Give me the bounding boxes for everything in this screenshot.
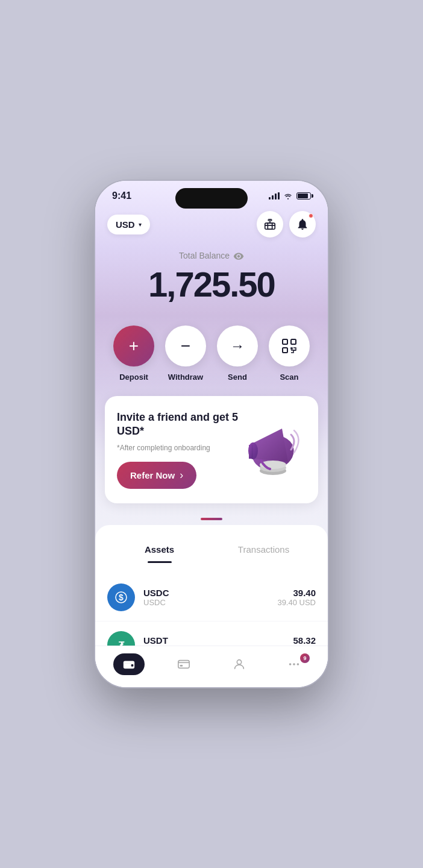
currency-label: USD (116, 219, 135, 230)
promo-text: Invite a friend and get 5 USD* *After co… (117, 410, 240, 489)
megaphone-icon (240, 420, 306, 480)
usdc-info: USDC USDC (143, 588, 269, 607)
bell-icon (296, 218, 309, 231)
assets-section: Assets Transactions $ (95, 525, 328, 687)
send-icon: → (217, 326, 258, 366)
notification-button[interactable] (289, 211, 316, 237)
scan-icon (269, 326, 310, 366)
svg-rect-1 (268, 223, 272, 229)
balance-amount: 1,725.50 (107, 265, 316, 304)
usdt-name: USDT (143, 635, 269, 646)
scan-action[interactable]: Scan (269, 326, 310, 382)
promo-title: Invite a friend and get 5 USD* (117, 410, 240, 439)
dynamic-island (175, 188, 248, 209)
svg-rect-2 (283, 339, 287, 344)
usdc-usd: 39.40 USD (277, 598, 316, 607)
card-icon-wrap (168, 653, 199, 675)
usdc-icon: $ (107, 583, 135, 611)
refer-arrow-icon: › (180, 469, 183, 482)
deposit-action[interactable]: + Deposit (113, 326, 154, 382)
asset-row-usdc[interactable]: $ USDC USDC 39.40 39.40 USD (95, 574, 328, 621)
nav-card[interactable] (157, 653, 212, 675)
promo-section: Invite a friend and get 5 USD* *After co… (95, 396, 328, 513)
send-label: Send (228, 373, 247, 382)
tab-assets[interactable]: Assets (107, 537, 212, 562)
usdc-value: 39.40 39.40 USD (277, 588, 316, 607)
promo-card: Invite a friend and get 5 USD* *After co… (105, 396, 318, 503)
battery-icon (296, 192, 311, 200)
bottom-navigation: 9 (95, 646, 328, 687)
status-icons (269, 192, 311, 200)
action-buttons: + Deposit − Withdraw → Send (95, 316, 328, 396)
scroll-dot (201, 518, 222, 520)
card-icon (177, 658, 190, 671)
notification-badge (309, 213, 313, 218)
app-header: USD ▾ (95, 206, 328, 245)
balance-section: Total Balance 1,725.50 (95, 245, 328, 316)
nav-more[interactable]: 9 (267, 653, 322, 675)
profile-icon-wrap (224, 653, 255, 675)
profile-icon (233, 658, 246, 671)
more-badge: 9 (300, 653, 310, 663)
svg-point-20 (289, 663, 292, 665)
deposit-icon: + (113, 326, 154, 366)
eye-icon (233, 251, 244, 260)
scroll-indicator (95, 513, 328, 523)
status-time: 9:41 (112, 190, 131, 201)
nav-profile[interactable] (212, 653, 267, 675)
refer-now-button[interactable]: Refer Now › (117, 462, 196, 489)
svg-rect-16 (131, 664, 133, 667)
balance-label: Total Balance (107, 251, 316, 260)
withdraw-label: Withdraw (168, 373, 203, 382)
svg-rect-17 (178, 661, 189, 668)
promo-image (240, 420, 306, 480)
withdraw-icon: − (165, 326, 206, 366)
svg-rect-4 (283, 348, 287, 353)
svg-rect-3 (291, 339, 296, 344)
currency-selector[interactable]: USD ▾ (107, 215, 150, 234)
send-action[interactable]: → Send (217, 326, 258, 382)
wallet-icon (122, 658, 136, 671)
chevron-down-icon: ▾ (139, 221, 142, 228)
signal-icon (269, 192, 280, 200)
svg-point-22 (297, 663, 299, 665)
withdraw-action[interactable]: − Withdraw (165, 326, 206, 382)
nav-wallet[interactable] (101, 653, 157, 675)
promo-subtitle: *After completing onboarding (117, 444, 240, 452)
tab-transactions[interactable]: Transactions (212, 537, 316, 562)
scan-label: Scan (280, 373, 298, 382)
tabs-row: Assets Transactions (95, 525, 328, 562)
usdc-amount: 39.40 (277, 588, 316, 598)
svg-text:$: $ (119, 593, 124, 602)
svg-rect-0 (265, 223, 275, 229)
deposit-label: Deposit (119, 373, 148, 382)
gift-icon (263, 218, 277, 231)
svg-point-21 (293, 663, 295, 665)
header-actions (257, 211, 316, 237)
svg-point-19 (237, 660, 241, 664)
svg-rect-18 (180, 665, 183, 667)
usdt-amount: 58.32 (277, 635, 316, 646)
usdc-ticker: USDC (143, 598, 269, 607)
gift-button[interactable] (257, 211, 283, 237)
more-icon (287, 658, 301, 671)
usdc-name: USDC (143, 588, 269, 598)
wallet-icon-wrap (113, 653, 145, 675)
wifi-icon (283, 192, 293, 200)
